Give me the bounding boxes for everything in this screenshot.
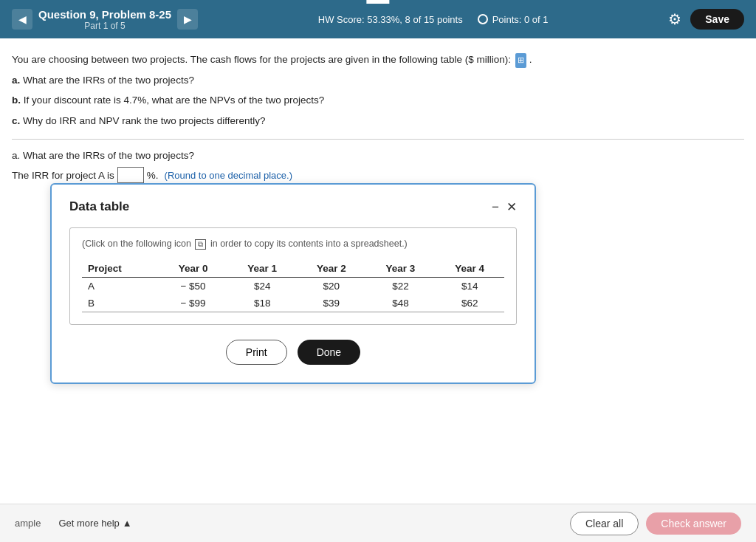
header: ◀ Question 9, Problem 8-25 Part 1 of 5 ▶… [0, 0, 756, 38]
modal-title: Data table [69, 199, 129, 214]
data-table-modal: Data table − ✕ (Click on the following i… [50, 183, 536, 384]
irr-line: The IRR for project A is %. (Round to on… [12, 167, 744, 183]
header-nav: ◀ Question 9, Problem 8-25 Part 1 of 5 ▶ [12, 8, 198, 31]
copy-note-text1: (Click on the following icon [82, 239, 193, 249]
modal-body: (Click on the following icon ⧉ in order … [69, 227, 517, 325]
modal-close-button[interactable]: ✕ [506, 201, 517, 213]
table-cell: $39 [297, 295, 366, 312]
q-a-content: What are the IRRs of the two projects? [23, 75, 194, 86]
table-cell: $18 [227, 295, 297, 312]
prev-button[interactable]: ◀ [12, 9, 32, 30]
table-cell: $62 [435, 295, 504, 312]
table-cell: $24 [227, 278, 297, 295]
modal-minimize-button[interactable]: − [492, 201, 499, 213]
question-a-text: a. What are the IRRs of the two projects… [12, 72, 744, 89]
round-note: (Round to one decimal place.) [165, 170, 292, 181]
sample-label: ample [15, 518, 41, 529]
done-button[interactable]: Done [298, 340, 360, 365]
points-circle-icon [478, 14, 488, 24]
section-a-text: What are the IRRs of the two projects? [23, 150, 194, 161]
main-content: You are choosing between two projects. T… [0, 38, 756, 183]
clear-all-button[interactable]: Clear all [570, 512, 639, 535]
q-c-content: Why do IRR and NPV rank the two projects… [23, 115, 265, 126]
table-row: A− $50$24$20$22$14 [82, 278, 504, 295]
print-button[interactable]: Print [226, 340, 287, 365]
footer-left: ample Get more help ▲ [15, 518, 132, 529]
table-cell: $22 [366, 278, 436, 295]
help-text: Get more help [58, 518, 119, 529]
col-year2: Year 2 [297, 260, 366, 278]
col-year1: Year 1 [227, 260, 297, 278]
irr-prefix: The IRR for project A is [12, 170, 114, 181]
bold-b: b. [12, 95, 21, 106]
section-a-question: a. What are the IRRs of the two projects… [12, 150, 744, 161]
points-score: Points: 0 of 1 [478, 14, 549, 25]
table-cell: − $50 [159, 278, 228, 295]
copy-note-text2: in order to copy its contents into a spr… [210, 239, 408, 249]
header-right: ⚙ Save [668, 9, 744, 30]
points-label: Points: 0 of 1 [492, 14, 549, 25]
data-table: Project Year 0 Year 1 Year 2 Year 3 Year… [82, 260, 504, 312]
save-button[interactable]: Save [690, 9, 744, 30]
settings-button[interactable]: ⚙ [668, 10, 681, 28]
question-info: Question 9, Problem 8-25 Part 1 of 5 [38, 8, 171, 31]
table-cell: − $99 [159, 295, 228, 312]
modal-header: Data table − ✕ [69, 199, 517, 214]
table-row: B− $99$18$39$48$62 [82, 295, 504, 312]
col-year0: Year 0 [159, 260, 228, 278]
table-header-row: Project Year 0 Year 1 Year 2 Year 3 Year… [82, 260, 504, 278]
table-cell: B [82, 295, 159, 312]
irr-unit: %. [147, 170, 159, 181]
question-title: Question 9, Problem 8-25 [38, 8, 171, 21]
copy-icon[interactable]: ⧉ [195, 239, 206, 250]
col-project: Project [82, 260, 159, 278]
col-year3: Year 3 [366, 260, 436, 278]
irr-input[interactable] [117, 167, 144, 183]
modal-controls: − ✕ [492, 201, 517, 213]
table-icon[interactable]: ⊞ [515, 53, 526, 68]
table-cell: $14 [435, 278, 504, 295]
get-more-help-link[interactable]: Get more help ▲ [58, 518, 131, 529]
section-divider [12, 139, 744, 140]
modal-footer: Print Done [69, 340, 517, 365]
table-cell: $20 [297, 278, 366, 295]
col-year4: Year 4 [435, 260, 504, 278]
question-b-text: b. If your discount rate is 4.7%, what a… [12, 92, 744, 109]
footer: ample Get more help ▲ Clear all Check an… [0, 504, 756, 542]
bold-a: a. [12, 75, 20, 86]
check-answer-button[interactable]: Check answer [646, 512, 741, 535]
intro-text: You are choosing between two projects. T… [12, 54, 511, 65]
help-arrow-icon: ▲ [123, 518, 132, 529]
part-label: Part 1 of 5 [38, 21, 171, 31]
bold-c: c. [12, 115, 20, 126]
q-b-content: If your discount rate is 4.7%, what are … [24, 95, 324, 106]
question-intro: You are choosing between two projects. T… [12, 52, 744, 68]
hw-score: HW Score: 53.33%, 8 of 15 points [318, 14, 463, 25]
table-cell: A [82, 278, 159, 295]
question-c-text: c. Why do IRR and NPV rank the two proje… [12, 113, 744, 129]
score-section: HW Score: 53.33%, 8 of 15 points Points:… [318, 14, 549, 25]
divider-dots: • • • [366, 0, 389, 4]
next-button[interactable]: ▶ [177, 9, 198, 30]
table-cell: $48 [366, 295, 436, 312]
section-a-bold: a. [12, 150, 20, 161]
footer-right: Clear all Check answer [570, 512, 741, 535]
copy-note: (Click on the following icon ⧉ in order … [82, 239, 504, 250]
